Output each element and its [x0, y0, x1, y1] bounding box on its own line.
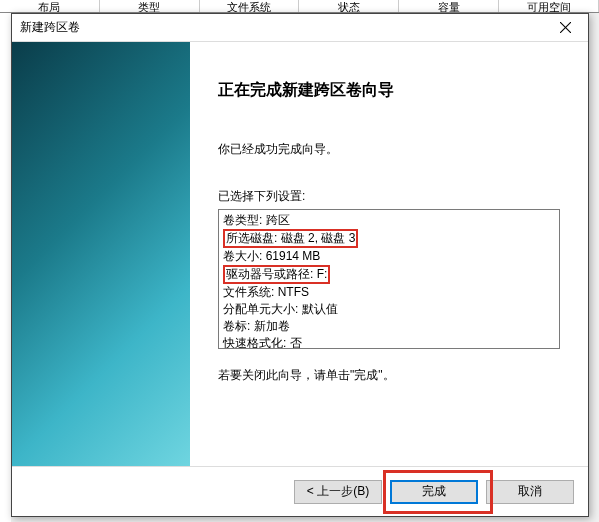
bg-col: 状态	[299, 0, 399, 12]
wizard-heading: 正在完成新建跨区卷向导	[218, 80, 560, 101]
back-button[interactable]: < 上一步(B)	[294, 480, 382, 504]
dialog-title: 新建跨区卷	[20, 19, 543, 36]
settings-listbox[interactable]: 卷类型: 跨区 所选磁盘: 磁盘 2, 磁盘 3 卷大小: 61914 MB 驱…	[218, 209, 560, 349]
background-table-header: 布局 类型 文件系统 状态 容量 可用空间	[0, 0, 599, 13]
button-row: < 上一步(B) 完成 取消	[12, 466, 588, 516]
settings-row-filesystem: 文件系统: NTFS	[223, 284, 555, 301]
settings-row-quickformat: 快速格式化: 否	[223, 335, 555, 349]
settings-row-label: 卷标: 新加卷	[223, 318, 555, 335]
highlight-drive: 驱动器号或路径: F:	[223, 265, 330, 284]
settings-row-volume-type: 卷类型: 跨区	[223, 212, 555, 229]
close-icon	[560, 22, 571, 33]
cancel-button[interactable]: 取消	[486, 480, 574, 504]
bg-col: 类型	[100, 0, 200, 12]
settings-row-allocation: 分配单元大小: 默认值	[223, 301, 555, 318]
wizard-content: 正在完成新建跨区卷向导 你已经成功完成向导。 已选择下列设置: 卷类型: 跨区 …	[190, 42, 588, 466]
highlight-disks: 所选磁盘: 磁盘 2, 磁盘 3	[223, 229, 358, 248]
settings-row-drive-letter: 驱动器号或路径: F:	[223, 265, 555, 284]
finish-button[interactable]: 完成	[390, 480, 478, 504]
bg-col: 布局	[0, 0, 100, 12]
success-message: 你已经成功完成向导。	[218, 141, 560, 158]
wizard-dialog: 新建跨区卷 正在完成新建跨区卷向导 你已经成功完成向导。 已选择下列设置: 卷类…	[11, 13, 589, 517]
dialog-body: 正在完成新建跨区卷向导 你已经成功完成向导。 已选择下列设置: 卷类型: 跨区 …	[12, 42, 588, 466]
bg-col: 可用空间	[499, 0, 599, 12]
wizard-side-graphic	[12, 42, 190, 466]
bg-col: 容量	[399, 0, 499, 12]
settings-row-volume-size: 卷大小: 61914 MB	[223, 248, 555, 265]
bg-col: 文件系统	[200, 0, 300, 12]
settings-row-selected-disks: 所选磁盘: 磁盘 2, 磁盘 3	[223, 229, 555, 248]
settings-label: 已选择下列设置:	[218, 188, 560, 205]
background-left-strip	[0, 13, 11, 522]
close-button[interactable]	[543, 14, 588, 42]
close-hint: 若要关闭此向导，请单击"完成"。	[218, 367, 560, 384]
titlebar: 新建跨区卷	[12, 14, 588, 42]
